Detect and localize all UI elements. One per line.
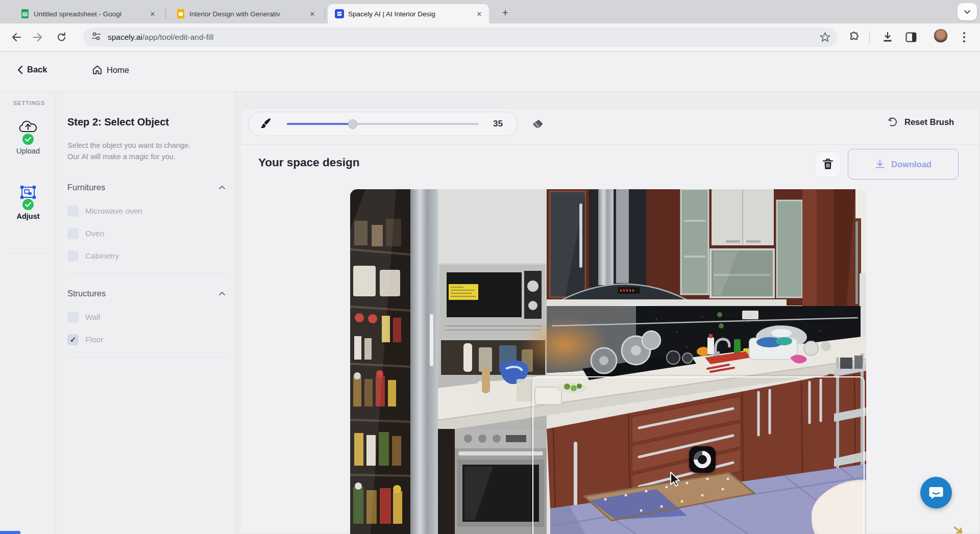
forward-nav-icon[interactable]: [30, 29, 47, 46]
browser-tab-strip: Untitled spreadsheet - Googl ✕ Interior …: [0, 0, 980, 23]
tab-separator: [165, 8, 166, 19]
checkbox-row-oven[interactable]: Oven: [67, 227, 226, 240]
group-structures[interactable]: Structures: [67, 289, 226, 298]
address-bar[interactable]: spacely.ai/app/tool/edit-and-fill: [83, 28, 838, 47]
brush-cursor[interactable]: [689, 446, 716, 473]
panel-divider: [67, 357, 226, 358]
brush-size-control: 35: [249, 112, 518, 136]
panel-title: Step 2: Select Object: [67, 116, 169, 128]
google-slides-icon: [176, 9, 185, 18]
workspace-divider: [240, 144, 980, 145]
close-icon[interactable]: ✕: [148, 9, 157, 18]
extensions-icon[interactable]: [845, 29, 863, 46]
reset-brush-button[interactable]: Reset Brush: [887, 116, 954, 128]
panel-divider: [67, 273, 226, 274]
tab-title: Spacely AI | AI Interior Desig: [348, 10, 471, 18]
group-furnitures[interactable]: Furnitures: [67, 183, 226, 192]
close-icon[interactable]: ✕: [308, 9, 317, 18]
chat-bubble-icon: [928, 486, 944, 500]
tab-separator: [325, 8, 325, 19]
tab-title: Interior Design with Generativ: [189, 10, 304, 18]
download-icon: [875, 159, 885, 169]
chevron-up-icon: [218, 291, 226, 296]
chat-launcher-button[interactable]: [920, 477, 952, 508]
tab-search-button[interactable]: [958, 3, 977, 20]
profile-avatar[interactable]: [934, 29, 948, 43]
checkbox-row-wall[interactable]: Wall: [67, 311, 226, 323]
trash-icon: [823, 159, 833, 170]
reset-icon: [887, 116, 898, 128]
brush-size-value: 35: [493, 119, 503, 129]
checkbox-row-cabinetry[interactable]: Cabinetry: [67, 250, 226, 262]
tab-google-sheets[interactable]: Untitled spreadsheet - Googl ✕: [13, 4, 162, 23]
browser-menu-icon[interactable]: [955, 29, 973, 46]
close-icon[interactable]: ✕: [475, 9, 484, 18]
eraser-icon: [531, 118, 545, 130]
step-complete-badge: [22, 134, 34, 145]
step-upload[interactable]: Upload: [0, 119, 56, 155]
upload-cloud-icon: [18, 119, 38, 135]
bookmark-star-icon[interactable]: [820, 32, 830, 44]
mouse-pointer-icon: [669, 471, 681, 490]
back-nav-icon[interactable]: [7, 29, 24, 46]
adjust-selection-icon: [19, 185, 37, 200]
tab-interior-design-doc[interactable]: Interior Design with Generativ ✕: [169, 4, 322, 23]
checkbox[interactable]: [67, 312, 79, 323]
checkbox[interactable]: [67, 250, 79, 262]
google-sheets-icon: [20, 9, 30, 18]
checkbox-row-microwave-oven[interactable]: Microwave oven: [67, 205, 226, 217]
check-icon: ✓: [70, 335, 77, 344]
delete-design-button[interactable]: [815, 151, 841, 177]
brush-icon[interactable]: [259, 117, 272, 131]
site-settings-icon[interactable]: [91, 32, 102, 43]
new-tab-button[interactable]: +: [498, 6, 512, 20]
chevron-up-icon: [218, 185, 226, 190]
space-design-title: Your space design: [258, 156, 359, 169]
home-icon: [92, 65, 103, 75]
url-text: spacely.ai/app/tool/edit-and-fill: [108, 33, 213, 42]
checkbox[interactable]: [67, 228, 79, 239]
tab-title: Untitled spreadsheet - Googl: [34, 10, 144, 18]
spacely-icon: [335, 9, 344, 18]
browser-toolbar: spacely.ai/app/tool/edit-and-fill: [0, 23, 980, 52]
checkbox-row-floor[interactable]: ✓ Floor: [67, 334, 226, 346]
checkbox-checked[interactable]: ✓: [67, 334, 79, 345]
chevron-left-icon: [17, 65, 23, 74]
settings-label: SETTINGS: [13, 100, 45, 106]
home-button[interactable]: Home: [92, 65, 129, 75]
reload-icon[interactable]: [53, 29, 70, 46]
eraser-button[interactable]: [528, 115, 548, 133]
microwave: [439, 265, 545, 337]
chevron-down-icon: [964, 10, 971, 14]
tab-spacely-active[interactable]: Spacely AI | AI Interior Desig ✕: [328, 4, 489, 23]
brush-size-slider[interactable]: [287, 123, 479, 125]
step-label: Upload: [0, 147, 56, 155]
resize-arrow-icon: [952, 526, 966, 534]
back-button[interactable]: Back: [17, 65, 47, 74]
step-adjust[interactable]: Adjust: [0, 185, 56, 220]
downloads-icon[interactable]: [879, 29, 896, 46]
step-label: Adjust: [0, 212, 56, 220]
steps-rail: SETTINGS Upload Adjust: [0, 92, 56, 534]
select-object-panel: Step 2: Select Object Select the object …: [56, 92, 236, 534]
app-header: Back Home Edit and fill object Upgrade t…: [0, 52, 980, 92]
step-complete-badge: [22, 199, 34, 210]
panel-description: Select the object you want to change. Ou…: [67, 140, 195, 162]
checkbox[interactable]: [67, 206, 79, 217]
slider-fill: [287, 123, 353, 125]
download-button[interactable]: Download: [848, 149, 959, 180]
side-panel-icon[interactable]: [902, 29, 920, 46]
toolbar-divider: [869, 31, 870, 44]
slider-thumb[interactable]: [348, 119, 357, 129]
bottom-left-chip: [0, 531, 20, 534]
rail-divider: [8, 253, 48, 253]
